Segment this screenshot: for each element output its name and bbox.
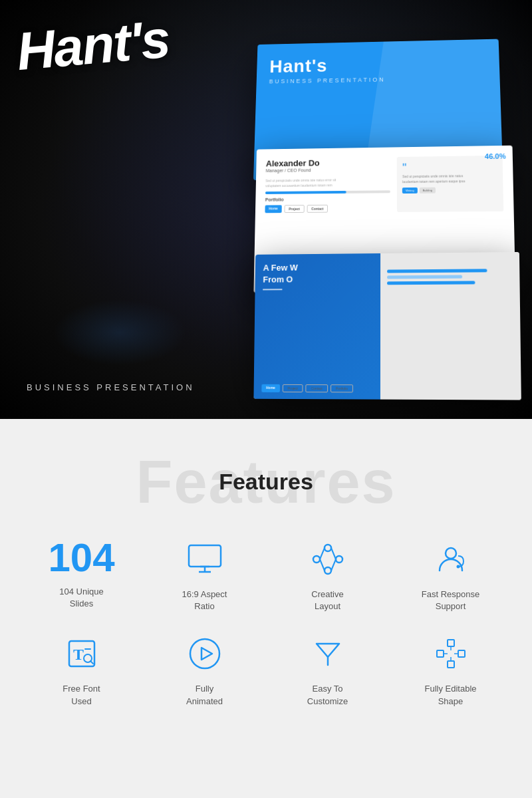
svg-point-5: [325, 545, 331, 551]
svg-point-4: [313, 556, 320, 563]
svg-rect-24: [448, 661, 454, 668]
svg-line-17: [90, 661, 93, 664]
feature-font-label: Free FontUsed: [63, 683, 100, 707]
nodes-icon: [307, 538, 349, 581]
slide-mid-btn-project: Project: [284, 205, 304, 213]
play-icon: [184, 632, 226, 675]
svg-rect-23: [458, 650, 465, 657]
feature-slides: 104 104 UniqueSlides: [27, 538, 136, 612]
svg-line-9: [331, 548, 336, 559]
feature-support-label: Fast ResponseSupport: [422, 589, 479, 612]
slides-stack: Hant's BUSINESS PRESENTATION Alexander D…: [200, 40, 519, 386]
feature-animated-label: FullyAnimated: [186, 683, 223, 707]
hero-title: Hant's: [15, 14, 171, 78]
shape-icon: [430, 632, 472, 675]
slide-mid-role: Manager / CEO Found: [266, 167, 391, 173]
svg-rect-0: [189, 545, 221, 567]
svg-point-7: [325, 567, 331, 574]
slide-mid-portfolio: Portfolio: [265, 196, 390, 202]
svg-point-6: [336, 556, 342, 563]
feature-layout: CreativeLayout: [273, 538, 382, 612]
feature-aspect-label: 16:9 AspectRatio: [182, 589, 227, 612]
slide-mid-stat: 46.0%: [485, 152, 506, 160]
support-icon: [430, 538, 472, 581]
filter-icon: [307, 632, 349, 675]
svg-line-11: [331, 559, 336, 571]
svg-rect-21: [437, 650, 444, 657]
svg-point-13: [456, 565, 460, 569]
feature-editable: Fully EditableShape: [396, 632, 505, 707]
features-title: Features: [27, 459, 505, 505]
features-header: Features Features: [27, 459, 505, 505]
slide-bot-text: A Few WFrom O: [263, 261, 372, 286]
feature-customize-label: Easy ToCustomize: [307, 683, 348, 707]
feature-font: T Free FontUsed: [27, 632, 136, 707]
features-section: Features Features 104 104 UniqueSlides 1…: [0, 419, 532, 798]
feature-animated: FullyAnimated: [150, 632, 259, 707]
svg-point-12: [446, 548, 456, 559]
features-grid: 104 104 UniqueSlides 16:9 AspectRatio: [27, 538, 505, 708]
slide-mid-text: Sed ut perspiciatis unde omnis iste natu…: [265, 177, 390, 189]
svg-point-18: [190, 639, 219, 668]
svg-rect-22: [448, 640, 454, 646]
feature-slides-number: 104: [48, 538, 114, 578]
svg-marker-19: [201, 648, 212, 660]
slide-mid-btn-home: Home: [265, 205, 281, 213]
svg-line-10: [320, 559, 325, 571]
feature-customize: Easy ToCustomize: [273, 632, 382, 707]
slide-bot: A Few WFrom O Home Project Contact Portf…: [253, 252, 521, 400]
svg-line-8: [320, 548, 325, 559]
quote-icon: ": [402, 161, 497, 174]
monitor-icon: [184, 538, 226, 581]
feature-slides-label: 104 UniqueSlides: [59, 586, 104, 610]
feature-support: Fast ResponseSupport: [396, 538, 505, 612]
font-icon: T: [61, 632, 103, 675]
earth-decoration: [53, 299, 186, 366]
svg-text:T: T: [73, 646, 84, 663]
feature-editable-label: Fully EditableShape: [424, 683, 476, 707]
feature-layout-label: CreativeLayout: [311, 589, 343, 612]
slide-mid-btn-contact: Contact: [307, 205, 328, 213]
hero-section: Hant's Hant's BUSINESS PRESENTATION Alex…: [0, 0, 532, 419]
hero-subtitle: BUSINESS PRESENTATION: [27, 382, 195, 392]
feature-aspect: 16:9 AspectRatio: [150, 538, 259, 612]
